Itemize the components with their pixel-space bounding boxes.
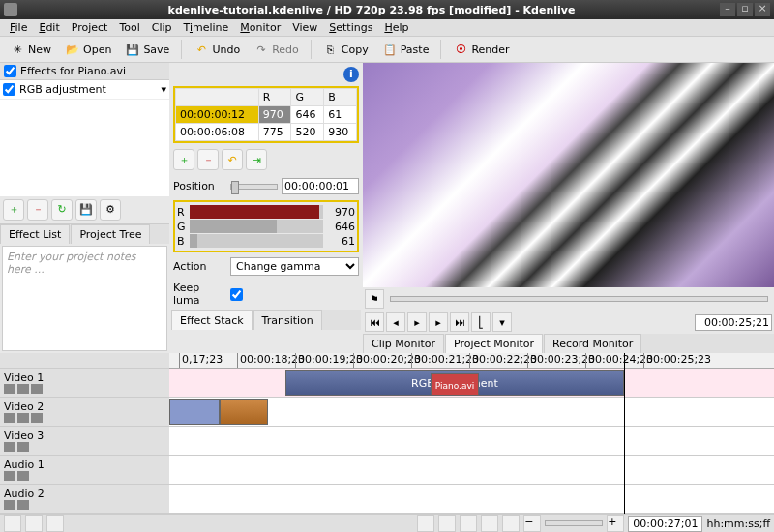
keyframe-row[interactable]: 00:00:00:1297064661	[176, 106, 357, 124]
add-keyframe-button[interactable]: ＋	[173, 149, 194, 170]
maximize-button[interactable]: ▫	[737, 3, 753, 16]
save-effect-button[interactable]: 💾	[75, 199, 97, 221]
tab-effect-list[interactable]: Effect List	[0, 224, 70, 244]
menu-monitor[interactable]: Monitor	[234, 19, 286, 36]
position-slider[interactable]	[230, 184, 278, 190]
status-timecode[interactable]: 00:00:27;01	[628, 516, 702, 532]
tab-clip-monitor[interactable]: Clip Monitor	[363, 334, 444, 353]
monitor-back-button[interactable]: ◂	[386, 312, 405, 332]
track-video1[interactable]: RGB adjustment Piano.avi	[169, 369, 774, 398]
paste-button[interactable]: 📋Paste	[376, 39, 435, 60]
reset-effect-button[interactable]: ↻	[51, 199, 73, 221]
r-slider[interactable]	[190, 205, 323, 219]
keepluma-label: Keep luma	[173, 281, 226, 307]
b-slider[interactable]	[190, 234, 323, 248]
tab-effect-stack[interactable]: Effect Stack	[171, 310, 253, 330]
status-audio-button[interactable]	[438, 515, 456, 532]
undo-button[interactable]: ↶Undo	[188, 39, 246, 60]
save-button[interactable]: 💾Save	[119, 39, 175, 60]
keyframe-table[interactable]: RGB 00:00:00:1297064661 00:00:06:0877552…	[173, 86, 359, 143]
zoom-out-button[interactable]: −	[523, 515, 541, 532]
b-label: B	[177, 235, 187, 248]
tab-project-tree[interactable]: Project Tree	[71, 224, 150, 244]
tool-spacer-button[interactable]	[46, 515, 64, 532]
render-button[interactable]: ⦿Render	[447, 39, 515, 60]
track-header-video3[interactable]: Video 3	[0, 427, 169, 456]
open-button[interactable]: 📂Open	[59, 39, 117, 60]
g-slider[interactable]	[190, 220, 323, 233]
minimize-button[interactable]: –	[720, 3, 735, 16]
monitor-marker-button[interactable]: ▾	[492, 312, 512, 332]
monitor-seek-slider[interactable]	[390, 296, 768, 302]
position-input[interactable]	[282, 178, 359, 194]
zoom-in-button[interactable]: +	[607, 515, 624, 532]
effect-settings-button[interactable]: ⚙	[100, 199, 121, 221]
monitor-fwd-button[interactable]: ▸	[429, 312, 448, 332]
monitor-end-button[interactable]: ⏭	[450, 312, 469, 332]
track-audio2[interactable]	[169, 485, 774, 514]
effect-item[interactable]: RGB adjustment ▾	[0, 80, 169, 100]
status-zoomfit-button[interactable]	[502, 515, 520, 532]
zoom-slider[interactable]	[545, 520, 603, 526]
effect-menu-icon[interactable]: ▾	[161, 83, 166, 96]
track-header-video2[interactable]: Video 2	[0, 398, 169, 427]
effect-item-checkbox[interactable]	[3, 83, 15, 96]
keepluma-checkbox[interactable]	[230, 288, 243, 301]
reset-keyframe-button[interactable]: ↶	[222, 149, 243, 170]
playhead[interactable]	[624, 353, 625, 514]
track-header-video1[interactable]: Video 1	[0, 369, 169, 398]
tab-project-monitor[interactable]: Project Monitor	[445, 334, 543, 353]
tool-razor-button[interactable]	[25, 515, 43, 532]
track-audio1[interactable]	[169, 456, 774, 485]
redo-button[interactable]: ↷Redo	[248, 39, 305, 60]
monitor-rewind-button[interactable]: ⏮	[365, 312, 384, 332]
menu-settings[interactable]: Settings	[323, 19, 378, 36]
menu-timeline[interactable]: Timeline	[178, 19, 235, 36]
status-thumb-button[interactable]	[417, 515, 434, 532]
menu-file[interactable]: File	[4, 19, 33, 36]
tool-select-button[interactable]	[4, 515, 21, 532]
monitor-play-button[interactable]: ▸	[407, 312, 427, 332]
redo-icon: ↷	[253, 42, 269, 57]
menu-view[interactable]: View	[286, 19, 323, 36]
clip-piano[interactable]: RGB adjustment Piano.avi	[285, 370, 624, 396]
mute-icon[interactable]	[17, 384, 29, 394]
seek-keyframe-button[interactable]: ⇥	[246, 149, 267, 170]
menu-help[interactable]: Help	[378, 19, 414, 36]
titlebar: kdenlive-tutorial.kdenlive / HD 720p 23.…	[0, 0, 774, 19]
status-snap-button[interactable]	[481, 515, 498, 532]
monitor-flag-button[interactable]: ⚑	[365, 289, 384, 309]
timeline-ruler[interactable]: 0,17;23 00:00:18;23 00:00:19;23 00:00:20…	[169, 353, 774, 369]
clip-image[interactable]	[220, 399, 268, 425]
action-label: Action	[173, 260, 226, 273]
status-marker-button[interactable]	[460, 515, 477, 532]
menu-project[interactable]: Project	[66, 19, 114, 36]
track-header-audio1[interactable]: Audio 1	[0, 456, 169, 485]
keyframe-row[interactable]: 00:00:06:08775520930	[176, 124, 357, 141]
remove-keyframe-button[interactable]: －	[197, 149, 219, 170]
app-icon	[4, 3, 17, 16]
remove-effect-button[interactable]: －	[27, 199, 48, 221]
action-select[interactable]: Change gamma	[230, 257, 359, 276]
new-button[interactable]: ✳New	[4, 39, 57, 60]
clip-blue[interactable]	[169, 399, 220, 425]
lock-icon[interactable]	[4, 384, 15, 394]
monitor-zone-button[interactable]: ⎣	[471, 312, 491, 332]
menu-edit[interactable]: Edit	[33, 19, 65, 36]
menu-clip[interactable]: Clip	[146, 19, 178, 36]
info-icon[interactable]: i	[343, 67, 359, 82]
tab-transition[interactable]: Transition	[253, 310, 322, 330]
close-button[interactable]: ×	[755, 3, 770, 16]
tab-record-monitor[interactable]: Record Monitor	[544, 334, 641, 353]
effects-enable-checkbox[interactable]	[4, 65, 16, 77]
menu-tool[interactable]: Tool	[113, 19, 145, 36]
track-header-audio2[interactable]: Audio 2	[0, 485, 169, 514]
project-notes[interactable]: Enter your project notes here ...	[2, 246, 167, 352]
monitor-view[interactable]	[363, 63, 774, 287]
monitor-timecode[interactable]	[695, 314, 772, 331]
add-effect-button[interactable]: ＋	[3, 199, 24, 221]
copy-button[interactable]: ⎘Copy	[317, 39, 374, 60]
track-video3[interactable]	[169, 427, 774, 456]
track-video2[interactable]	[169, 398, 774, 427]
hide-icon[interactable]	[31, 384, 43, 394]
